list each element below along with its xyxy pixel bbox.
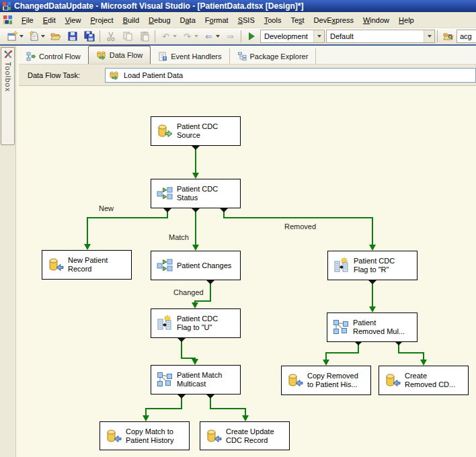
undo-dropdown-arrow[interactable] (173, 35, 177, 38)
menu-view[interactable]: View (61, 13, 86, 27)
configuration-dropdown-button[interactable] (424, 30, 434, 42)
node-create-update-cdc-record[interactable]: Create Update CDC Record (200, 421, 290, 450)
tab-package-explorer[interactable]: Package Explorer (230, 48, 317, 64)
menu-devexpress[interactable]: DevExpress (309, 13, 358, 27)
new-project-button[interactable] (4, 28, 21, 44)
cut-button[interactable] (102, 28, 119, 44)
toolbox-tab[interactable]: Toolbox (1, 47, 15, 145)
tab-event-handlers[interactable]: Event Handlers (151, 48, 229, 64)
node-label: Patient CDC Status (177, 185, 218, 202)
menu-tools[interactable]: Tools (260, 13, 286, 27)
add-item-button[interactable] (26, 28, 42, 44)
node-patient-removed-multicast[interactable]: Patient Removed Mul... (327, 313, 418, 342)
node-copy-removed-to-patient-history[interactable]: Copy Removed to Patient His... (281, 366, 371, 395)
tab-control-flow[interactable]: Control Flow (19, 48, 89, 64)
data-flow-task-value: Load Patient Data (124, 71, 183, 79)
save-all-icon (84, 31, 95, 42)
undo-button[interactable]: ↶ (157, 28, 174, 44)
node-patient-cdc-flag-r[interactable]: Patient CDC Flag to "R" (327, 251, 418, 280)
environment-combobox[interactable]: Development (260, 30, 325, 43)
redo-icon: ↷ (184, 32, 191, 41)
configuration-combobox[interactable]: Default (326, 30, 435, 43)
navigate-backward-button[interactable]: ⇐ (200, 28, 217, 44)
event-handlers-icon (158, 52, 167, 61)
toolbar-separator (437, 30, 438, 42)
toolbar-separator (155, 30, 155, 42)
toolbar-separator (241, 30, 241, 42)
navigate-backward-dropdown-arrow[interactable] (216, 35, 220, 38)
redo-dropdown-arrow[interactable] (194, 35, 198, 38)
menu-bar: File Edit View Project Build Debug Data … (0, 12, 476, 28)
data-flow-task-combobox[interactable]: Load Patient Data (105, 68, 476, 83)
tab-data-flow[interactable]: Data Flow (88, 46, 151, 64)
tools-icon (3, 50, 13, 59)
save-all-button[interactable] (81, 28, 97, 44)
database-destination-icon (384, 372, 401, 389)
node-copy-match-to-patient-history[interactable]: Copy Match to Patient History (100, 421, 190, 450)
new-project-dropdown-arrow[interactable] (19, 35, 24, 38)
window-title: ChangedDataUpdate - Microsoft Visual Stu… (14, 1, 304, 11)
node-patient-cdc-status[interactable]: Patient CDC Status (151, 179, 241, 208)
conditional-split-icon (156, 185, 173, 202)
copy-icon (122, 31, 133, 42)
tab-label: Control Flow (39, 52, 81, 60)
tab-label: Package Explorer (250, 52, 309, 60)
menu-build[interactable]: Build (118, 13, 144, 27)
node-label: New Patient Record (68, 256, 108, 274)
environment-dropdown-button[interactable] (313, 30, 324, 42)
menu-help[interactable]: Help (394, 13, 419, 27)
add-item-icon (29, 31, 40, 42)
node-patient-changes[interactable]: Patient Changes (151, 251, 241, 280)
redo-button[interactable]: ↷ (179, 28, 196, 44)
database-source-icon (156, 122, 173, 140)
conditional-split-icon (156, 257, 173, 274)
menu-window[interactable]: Window (358, 13, 394, 27)
node-label: Create Update CDC Record (226, 427, 274, 445)
node-new-patient-record[interactable]: New Patient Record (42, 250, 132, 280)
search-input[interactable] (457, 30, 476, 43)
package-explorer-icon (237, 52, 247, 61)
node-patient-match-multicast[interactable]: Patient Match Multicast (151, 365, 241, 394)
node-create-removed-cdc[interactable]: Create Removed CD... (379, 366, 469, 395)
environment-value: Development (261, 32, 311, 40)
database-destination-icon (47, 256, 65, 274)
menu-project[interactable]: Project (85, 13, 118, 27)
node-label: Patient CDC Flag to "R" (354, 257, 395, 274)
save-icon (67, 31, 78, 42)
start-debugging-button[interactable] (243, 28, 260, 44)
node-label: Create Removed CD... (405, 372, 455, 389)
menu-data[interactable]: Data (175, 13, 200, 27)
menu-test[interactable]: Test (286, 13, 309, 27)
add-item-dropdown-arrow[interactable] (41, 35, 45, 38)
visual-studio-icon[interactable] (2, 1, 11, 11)
copy-button[interactable] (119, 28, 136, 44)
node-patient-cdc-flag-u[interactable]: Patient CDC Flag to "U" (151, 308, 241, 338)
paste-button[interactable] (136, 28, 153, 44)
menu-ssis[interactable]: SSIS (233, 13, 260, 27)
save-button[interactable] (64, 28, 81, 44)
navigate-forward-button[interactable]: ⇒ (222, 28, 239, 44)
menu-edit[interactable]: Edit (38, 13, 61, 27)
data-flow-task-icon (109, 71, 119, 81)
menu-file[interactable]: File (17, 13, 38, 27)
open-file-button[interactable] (47, 28, 64, 44)
paste-icon (139, 31, 150, 42)
designer-tab-row: Control Flow Data Flow Event Handlers (19, 46, 476, 65)
toolbar-separator (100, 30, 100, 42)
node-patient-cdc-source[interactable]: Patient CDC Source (151, 116, 241, 146)
node-label: Patient Removed Mul... (353, 319, 405, 336)
navigate-backward-icon: ⇐ (205, 32, 212, 41)
database-destination-icon (286, 372, 304, 389)
find-in-files-button[interactable] (440, 28, 457, 44)
data-flow-task-row: Data Flow Task: Load Patient Data (19, 65, 476, 86)
node-label: Patient Match Multicast (177, 371, 222, 388)
configuration-value: Default (327, 32, 357, 40)
node-label: Patient CDC Source (177, 122, 218, 140)
menu-format[interactable]: Format (200, 13, 233, 27)
connector-label-removed: Removed (284, 222, 316, 231)
menu-debug[interactable]: Debug (144, 13, 175, 27)
document-system-icon[interactable] (3, 15, 13, 25)
derived-column-icon (333, 257, 350, 274)
multicast-icon (332, 319, 350, 336)
open-folder-icon (50, 31, 61, 42)
